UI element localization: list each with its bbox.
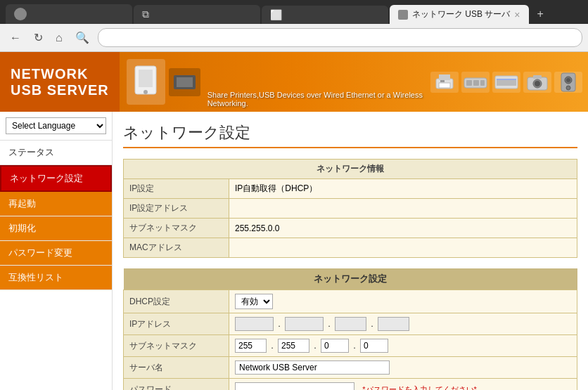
device-icons-area xyxy=(425,52,588,112)
subnet-part2-input[interactable] xyxy=(278,339,309,353)
back-button[interactable]: ← xyxy=(6,30,25,46)
header-center: Share Printers,USB Devices over Wired Et… xyxy=(207,52,425,112)
sidebar-item-reset[interactable]: 初期化 xyxy=(0,216,112,241)
ip-address-setting-label: IPアドレス xyxy=(124,313,229,335)
svg-point-22 xyxy=(566,78,570,82)
search-button[interactable]: 🔍 xyxy=(71,30,94,46)
dhcp-select[interactable]: 有効 無効 xyxy=(235,294,273,309)
page-content: NETWORK USB SERVER xyxy=(0,52,588,390)
svg-point-18 xyxy=(535,81,540,86)
sidebar-item-compat[interactable]: 互換性リスト xyxy=(0,266,112,290)
camera-icon-img xyxy=(523,72,551,93)
home-button[interactable]: ⌂ xyxy=(51,30,67,46)
dhcp-cell: 有効 無効 xyxy=(229,290,577,313)
sidebar-item-network[interactable]: ネットワーク設定 xyxy=(0,165,112,192)
new-tab-button[interactable]: + xyxy=(530,4,551,24)
network-settings-table: ネットワーク設定 DHCP設定 有効 無効 IPアドレス xyxy=(123,268,577,390)
svg-rect-19 xyxy=(533,75,542,79)
network-settings-header: ネットワーク設定 xyxy=(124,268,577,290)
sidebar: Select Language ステータス ネットワーク設定 再起動 初期化 パ… xyxy=(0,112,113,390)
ip-setting-label: IP設定 xyxy=(124,179,229,199)
ip-part3-input[interactable] xyxy=(335,317,366,331)
network-info-header: ネットワーク情報 xyxy=(124,160,577,179)
ip-address-inputs: ． ． ． xyxy=(229,313,577,335)
active-tab[interactable]: ネットワーク USB サーバ × xyxy=(390,5,529,24)
usb-hub-icon-img xyxy=(461,72,490,93)
page-title: ネットワーク設定 xyxy=(123,122,577,148)
logo-line1: NETWORK xyxy=(11,66,109,82)
password-hint: *パスワードを入力してください* xyxy=(362,385,477,390)
subnet-mask-label: サブネットマスク xyxy=(124,219,229,238)
subnet-inputs-cell: ． ． ． xyxy=(229,335,577,357)
svg-point-2 xyxy=(143,90,148,94)
svg-point-23 xyxy=(566,86,570,90)
logo-area: NETWORK USB SERVER xyxy=(0,52,120,112)
main-layout: Select Language ステータス ネットワーク設定 再起動 初期化 パ… xyxy=(0,112,588,390)
language-selector-wrap: Select Language xyxy=(0,112,112,141)
ip-address-label: IP設定アドレス xyxy=(124,199,229,219)
svg-rect-10 xyxy=(466,80,472,86)
speaker-icon-img xyxy=(554,72,582,93)
svg-rect-12 xyxy=(480,80,485,86)
sidebar-item-password[interactable]: パスワード変更 xyxy=(0,241,112,266)
password-input[interactable] xyxy=(235,382,354,390)
ip-address-value xyxy=(229,199,577,219)
browser-chrome: ⧉ ⬜ ネットワーク USB サーバ × + ← ↻ ⌂ 🔍 xyxy=(0,0,588,52)
svg-rect-7 xyxy=(439,83,450,88)
printer-icon-img xyxy=(430,72,459,93)
server-name-input[interactable] xyxy=(235,360,390,375)
sidebar-item-status[interactable]: ステータス xyxy=(0,141,112,165)
svg-rect-11 xyxy=(473,80,479,86)
square-icon: ⬜ xyxy=(270,9,282,20)
browser-tab-square: ⬜ xyxy=(262,6,388,24)
svg-rect-8 xyxy=(440,80,445,82)
address-bar[interactable] xyxy=(98,28,582,47)
account-icon xyxy=(14,8,27,20)
browser-tab-copy: ⧉ xyxy=(134,5,260,24)
header-tagline: Share Printers,USB Devices over Wired Et… xyxy=(207,91,425,108)
password-cell: *パスワードを入力してください* xyxy=(229,379,577,391)
browser-toolbar: ← ↻ ⌂ 🔍 xyxy=(0,24,588,52)
scanner-icon-img xyxy=(492,72,520,93)
main-content: ネットワーク設定 ネットワーク情報 IP設定 IP自動取得（DHCP） IP設定… xyxy=(113,112,588,390)
svg-rect-4 xyxy=(177,77,193,87)
ip-part2-input[interactable] xyxy=(285,317,324,331)
page-header: NETWORK USB SERVER xyxy=(0,52,588,112)
router-icon xyxy=(132,63,160,101)
subnet-part1-input[interactable] xyxy=(235,339,267,353)
tab-close-icon[interactable]: × xyxy=(514,9,520,20)
sidebar-item-reboot[interactable]: 再起動 xyxy=(0,192,112,216)
subnet-mask-value: 255.255.0.0 xyxy=(229,219,577,238)
page-favicon xyxy=(398,10,408,20)
svg-rect-6 xyxy=(439,74,450,80)
password-label: パスワード xyxy=(124,379,229,391)
tab-title: ネットワーク USB サーバ xyxy=(412,8,510,20)
subnet-setting-label: サブネットマスク xyxy=(124,335,229,357)
server-name-cell xyxy=(229,357,577,379)
logo-line2: USB SERVER xyxy=(11,82,109,98)
language-select[interactable]: Select Language xyxy=(6,117,106,134)
svg-rect-1 xyxy=(139,70,153,87)
ip-part4-input[interactable] xyxy=(378,317,409,331)
svg-rect-15 xyxy=(497,79,516,80)
copy-icon: ⧉ xyxy=(142,8,149,20)
mac-address-label: MACアドレス xyxy=(124,238,229,258)
dhcp-label: DHCP設定 xyxy=(124,290,229,313)
subnet-part3-input[interactable] xyxy=(321,339,349,353)
browser-tab-avatar xyxy=(6,4,132,24)
server-name-label: サーバ名 xyxy=(124,357,229,379)
mac-address-value xyxy=(229,238,577,258)
network-info-table: ネットワーク情報 IP設定 IP自動取得（DHCP） IP設定アドレス サブネッ… xyxy=(123,159,577,258)
refresh-button[interactable]: ↻ xyxy=(30,30,47,46)
ip-setting-value: IP自動取得（DHCP） xyxy=(229,179,577,199)
address-text xyxy=(107,32,573,44)
ip-part1-input[interactable] xyxy=(235,317,274,331)
subnet-part4-input[interactable] xyxy=(360,339,388,353)
usb-device-icon xyxy=(172,72,197,93)
